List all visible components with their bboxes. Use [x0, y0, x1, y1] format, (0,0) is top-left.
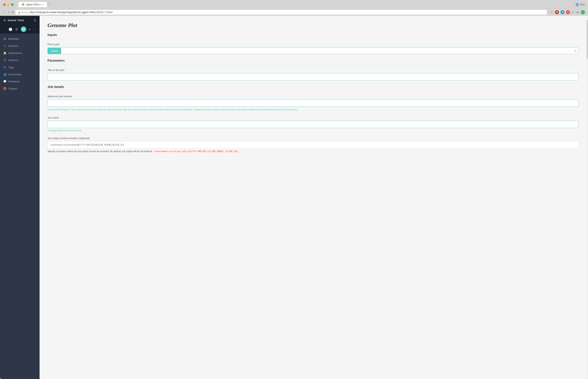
metadata-icon: ⊞ — [3, 37, 6, 40]
extension-3-icon[interactable]: A — [566, 10, 570, 14]
refresh-button[interactable]: ↻ — [12, 11, 14, 14]
sidebar-item-feedback[interactable]: 💬 Feedback — [0, 78, 40, 85]
extension-2-icon[interactable]: A — [560, 10, 564, 14]
sidebar-item-label: Feedback — [8, 80, 20, 83]
archive-location-field: Job output archive location (optional) S… — [48, 137, 578, 153]
notifications-icon: 🔔 — [3, 51, 6, 55]
archive-location-input[interactable] — [48, 141, 578, 148]
file-to-plot-label: File to plot — [48, 43, 578, 46]
title-of-plot-field: Title of the plot — [48, 69, 578, 80]
tab-title: Agave ToGo | — [26, 3, 40, 6]
brand-name-label: AGAVE TOGO — [8, 19, 24, 22]
hamburger-menu-icon[interactable]: ☰ — [34, 19, 36, 22]
dropdown-arrow-icon[interactable]: ▾ — [29, 28, 31, 31]
extension-button[interactable]: ⊕ — [576, 10, 579, 14]
address-bar: ‹ › ↻ 🔒 Secure https://uhhpcgw.its.hawai… — [0, 9, 588, 16]
app-layout: ≋ AGAVE TOGO ☰ 🕐 ⚙ ⏻ ▾ → ⊞ Metadata ▭ — [0, 16, 588, 379]
protocol-label: Secure — [21, 11, 28, 14]
sidebar-item-label: Support — [8, 87, 17, 90]
tab-favicon: 🌿 — [22, 3, 25, 6]
brand-logo-icon: ≋ — [3, 18, 6, 23]
max-runtime-field: Maximum job runtime In HH:MM:SS format. … — [48, 95, 578, 111]
sidebar-item-label: Systems — [8, 59, 18, 62]
top-nav-bar: 🕐 ⚙ ⏻ ▾ → — [0, 25, 40, 33]
job-name-label: Job name — [48, 116, 578, 119]
monitors-icon: ▭ — [3, 44, 6, 47]
sidebar-item-notifications[interactable]: 🔔 Notifications › — [0, 49, 40, 57]
logout-icon[interactable]: → — [33, 28, 36, 31]
sidebar-navigation: ⊞ Metadata ▭ Monitors 🔔 Notifications › … — [0, 33, 40, 379]
scrollbar[interactable] — [587, 16, 588, 379]
support-icon: 🛟 — [3, 87, 6, 90]
file-select-input-row: Select ⊞ — [48, 47, 578, 54]
title-of-plot-label: Title of the plot — [48, 69, 578, 72]
sidebar: ≋ AGAVE TOGO ☰ 🕐 ⚙ ⏻ ▾ → ⊞ Metadata ▭ — [0, 16, 40, 379]
username-label: John — [580, 3, 585, 6]
user-profile[interactable]: 🌀 John — [575, 3, 585, 6]
power-button[interactable]: ⏻ — [21, 27, 26, 32]
clock-icon[interactable]: 🕐 — [9, 28, 13, 31]
sidebar-item-systems[interactable]: ☰ Systems — [0, 57, 40, 64]
sidebar-item-label: Metadata — [8, 37, 19, 40]
archive-help-suffix: . — [240, 150, 240, 153]
select-file-button[interactable]: Select — [48, 48, 61, 54]
archive-location-label: Job output archive location (optional) — [48, 137, 578, 140]
archive-help-text: Specify a location where the job output … — [48, 150, 578, 153]
grid-view-icon[interactable]: ⊞ — [573, 48, 578, 54]
chevron-right-icon: › — [36, 52, 36, 54]
browser-window: 🌿 Agave ToGo | ✕ + 🌀 John ‹ › ↻ 🔒 Secure… — [0, 0, 588, 379]
maximize-window-button[interactable] — [11, 3, 14, 6]
max-runtime-input[interactable] — [48, 99, 578, 107]
sidebar-item-metadata[interactable]: ⊞ Metadata — [0, 35, 40, 42]
file-to-plot-field: File to plot Select ⊞ — [48, 43, 578, 54]
bookmark-button[interactable]: ☆ — [550, 10, 553, 14]
sidebar-item-label: Community — [8, 73, 21, 76]
tab-bar: 🌿 Agave ToGo | ✕ + — [18, 2, 573, 7]
scrollbar-thumb[interactable] — [587, 20, 588, 59]
inputs-section-title: Inputs — [48, 33, 578, 39]
title-of-plot-input[interactable] — [48, 73, 578, 80]
sidebar-item-monitors[interactable]: ▭ Monitors — [0, 42, 40, 49]
url-text: https://uhhpcgw.its.hawaii.edu/app/#/app… — [30, 11, 113, 14]
feedback-icon: 💬 — [3, 80, 6, 83]
sidebar-item-label: Tags — [8, 66, 14, 69]
sidebar-item-label: Monitors — [8, 45, 18, 47]
brand: ≋ AGAVE TOGO — [3, 18, 24, 23]
max-runtime-label: Maximum job runtime — [48, 95, 578, 98]
active-tab[interactable]: 🌿 Agave ToGo | ✕ — [18, 2, 47, 7]
secure-badge: 🔒 Secure — [18, 11, 28, 14]
new-tab-button[interactable]: + — [47, 2, 52, 7]
archive-code: <username>/archive/jobs/${YYYY-MM-DD}/${… — [153, 150, 239, 153]
job-name-field: Job name A recognizable name for this jo… — [48, 116, 578, 132]
sidebar-item-support[interactable]: 🛟 Support — [0, 85, 40, 92]
minimize-window-button[interactable] — [7, 3, 10, 6]
sidebar-item-label: Notifications — [8, 52, 22, 55]
tags-icon: 🏷 — [3, 66, 6, 69]
systems-icon: ☰ — [3, 59, 6, 62]
forward-button[interactable]: › — [7, 10, 10, 15]
extension-1-icon[interactable]: M — [555, 10, 559, 14]
back-button[interactable]: ‹ — [3, 10, 6, 15]
job-name-help-text: A recognizable name for this job — [48, 129, 578, 132]
job-details-section: Job details Maximum job runtime In HH:MM… — [48, 85, 578, 153]
inputs-section: Inputs File to plot Select ⊞ — [48, 33, 578, 54]
browser-titlebar: 🌿 Agave ToGo | ✕ + 🌀 John — [0, 0, 588, 9]
settings-icon[interactable]: ⚙ — [15, 28, 18, 31]
cast-button[interactable]: ▷ — [571, 10, 574, 14]
page-title: Genome Plot — [48, 22, 578, 29]
sidebar-item-tags[interactable]: 🏷 Tags — [0, 64, 40, 71]
sidebar-header: ≋ AGAVE TOGO ☰ — [0, 16, 40, 25]
tab-close-button[interactable]: ✕ — [42, 3, 44, 6]
archive-help-prefix: Specify a location where the job output … — [48, 150, 153, 153]
job-name-input[interactable] — [48, 121, 578, 128]
sidebar-item-community[interactable]: 👥 Community — [0, 71, 40, 78]
browser-actions: ☆ M A A ▷ ⊕ J — [550, 10, 585, 14]
community-icon: 👥 — [3, 73, 6, 76]
file-input-area[interactable] — [61, 49, 573, 52]
traffic-lights — [3, 3, 14, 6]
close-window-button[interactable] — [3, 3, 6, 6]
url-bar[interactable]: 🔒 Secure https://uhhpcgw.its.hawaii.edu/… — [16, 10, 547, 15]
user-ext-icon[interactable]: J — [581, 10, 585, 14]
parameters-section-title: Parameters — [48, 59, 578, 65]
max-runtime-help-text: In HH:MM:SS format. The maximum time you… — [48, 108, 578, 111]
